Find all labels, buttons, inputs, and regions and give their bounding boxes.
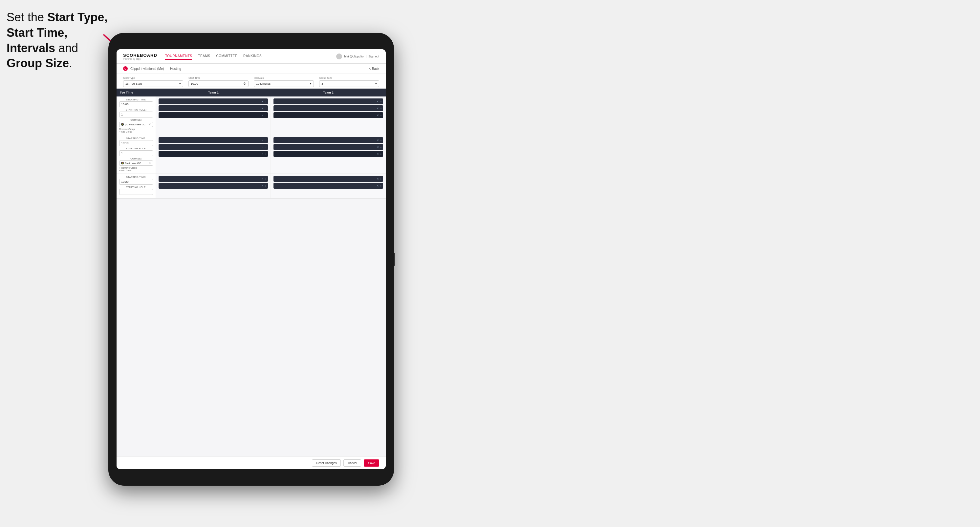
table-header: Tee Time Team 1 Team 2: [116, 89, 386, 97]
group-2-hole-field[interactable]: [119, 151, 153, 156]
player-edit-icon3[interactable]: ○: [265, 114, 266, 117]
player-row-2-5: ✕ ○: [274, 144, 383, 150]
player-x-icon4[interactable]: ✕: [377, 100, 379, 103]
p-e-2-3[interactable]: ○: [265, 152, 266, 156]
player-edit-icon2[interactable]: ○: [265, 107, 266, 110]
player-row-1-1: ✕ ○: [159, 98, 268, 104]
group-2-team2: ✕ ○ ✕ ○ ✕ ○: [271, 135, 386, 174]
start-time-value: 10:00: [191, 82, 198, 85]
logo-sub: Powered by clipp: [123, 58, 157, 60]
group-1-controls: STARTING TIME: ⏱ STARTING HOLE: ⌄ COURSE…: [116, 97, 156, 135]
user-email: blair@clippd.io: [344, 55, 363, 58]
group-1-hole-field[interactable]: [119, 112, 153, 117]
player-row-3-1: ✕ ○: [159, 176, 268, 182]
group-3-time-field[interactable]: [119, 179, 153, 184]
nav-right: blair@clippd.io | Sign out: [336, 54, 379, 59]
player-edit-icon5[interactable]: ○: [380, 107, 382, 110]
p-e-2-1[interactable]: ○: [265, 139, 266, 142]
reset-changes-button[interactable]: Reset Changes: [312, 459, 341, 467]
player-x-icon5[interactable]: ✕: [377, 107, 379, 110]
group-2-hole-input[interactable]: ⌄: [119, 150, 153, 156]
player-x-icon6[interactable]: ✕: [377, 114, 379, 117]
start-time-group: Start Time 10:00 ⏱: [188, 76, 248, 87]
save-button[interactable]: Save: [364, 459, 379, 467]
group-3-hole-field[interactable]: [119, 189, 153, 195]
p-x-2-5[interactable]: ✕: [377, 146, 379, 149]
instruction-period: .: [69, 56, 72, 70]
player-row-1-6: ✕ ○: [274, 112, 383, 118]
p-x-2-1[interactable]: ✕: [261, 139, 264, 142]
p-e-3-2[interactable]: ○: [265, 184, 266, 187]
p-x-3-1[interactable]: ✕: [261, 178, 264, 181]
p-x-3-3[interactable]: ✕: [377, 178, 379, 181]
group-1-hole-input[interactable]: ⌄: [119, 111, 153, 117]
group-size-label: Group Size: [319, 76, 379, 79]
group-size-group: Group Size 3 ▾: [319, 76, 379, 87]
nav-teams[interactable]: TEAMS: [198, 53, 210, 60]
player-row-3-3: ✕ ○: [274, 176, 383, 182]
player-row-1-3: ✕ ○: [159, 112, 268, 118]
nav-committee[interactable]: COMMITTEE: [216, 53, 237, 60]
group-3-time-input[interactable]: ⏱: [119, 179, 153, 185]
tablet-frame: SCOREBOARD Powered by clipp TOURNAMENTS …: [108, 33, 394, 486]
p-e-2-5[interactable]: ○: [380, 146, 382, 149]
p-e-2-4[interactable]: ○: [380, 139, 382, 142]
p-x-3-2[interactable]: ✕: [261, 184, 264, 187]
group-3-hole-input[interactable]: ⌄: [119, 189, 153, 195]
nav-avatar: [336, 54, 342, 59]
start-time-select[interactable]: 10:00 ⏱: [188, 80, 248, 87]
add-group-btn-2[interactable]: + Add Group: [119, 169, 153, 171]
table-content: STARTING TIME: ⏱ STARTING HOLE: ⌄ COURSE…: [116, 97, 386, 456]
course-remove-2[interactable]: ✕: [148, 162, 151, 165]
p-x-2-6[interactable]: ✕: [377, 152, 379, 156]
course-label-1: COURSE:: [119, 119, 153, 121]
p-x-3-4[interactable]: ✕: [377, 184, 379, 187]
nav-tournaments[interactable]: TOURNAMENTS: [165, 53, 192, 60]
th-team2: Team 2: [271, 89, 386, 97]
player-edit-icon6[interactable]: ○: [380, 114, 382, 117]
group-1-time-field[interactable]: [119, 102, 153, 107]
start-type-label: Start Type: [123, 76, 183, 79]
player-x-icon[interactable]: ✕: [261, 100, 264, 103]
remove-group-btn-2[interactable]: ○ Remove Group: [119, 167, 153, 169]
p-e-2-2[interactable]: ○: [265, 146, 266, 149]
starting-time-label-1: STARTING TIME:: [119, 98, 153, 101]
player-row-2-2: ✕ ○: [159, 144, 268, 150]
player-row-2-3: ✕ ○: [159, 151, 268, 157]
p-e-3-3[interactable]: ○: [380, 178, 382, 181]
group-2-time-input[interactable]: ⏱: [119, 140, 153, 146]
tablet-side-button[interactable]: [394, 253, 395, 266]
course-tag-1: ⛳ (A) Peachtree GC ✕: [119, 122, 153, 127]
player-row-2-4: ✕ ○: [274, 137, 383, 143]
player-edit-icon4[interactable]: ○: [380, 100, 382, 103]
p-e-3-4[interactable]: ○: [380, 184, 382, 187]
start-type-value: 1st Tee Start: [126, 82, 142, 85]
player-x-icon3[interactable]: ✕: [261, 114, 264, 117]
back-button[interactable]: < Back: [369, 67, 379, 71]
cancel-button[interactable]: Cancel: [344, 459, 361, 467]
chevron-down-icon3: ▾: [375, 82, 377, 85]
intervals-select[interactable]: 10 Minutes ▾: [254, 80, 314, 87]
instruction-bold4: Group Size: [6, 56, 69, 70]
player-edit-icon[interactable]: ○: [265, 100, 266, 103]
p-x-2-4[interactable]: ✕: [377, 139, 379, 142]
course-remove-1[interactable]: ✕: [148, 123, 151, 126]
start-type-select[interactable]: 1st Tee Start ▾: [123, 80, 183, 87]
nav-rankings[interactable]: RANKINGS: [243, 53, 262, 60]
instruction-bold3: Intervals: [6, 41, 55, 55]
p-x-2-3[interactable]: ✕: [261, 152, 264, 156]
player-x-icon2[interactable]: ✕: [261, 107, 264, 110]
sign-out-link[interactable]: Sign out: [368, 55, 379, 58]
group-1-time-input[interactable]: ⏱: [119, 102, 153, 107]
add-group-btn-1[interactable]: + Add Group: [119, 130, 153, 133]
breadcrumb-hosting: Hosting: [170, 67, 181, 71]
breadcrumb-tournament[interactable]: Clippd Invitational (Me): [130, 67, 164, 71]
starting-time-label-2: STARTING TIME:: [119, 137, 153, 140]
group-2-time-field[interactable]: [119, 140, 153, 146]
remove-group-btn-1[interactable]: Remove Group: [119, 128, 153, 130]
p-e-3-1[interactable]: ○: [265, 178, 266, 181]
p-e-2-6[interactable]: ○: [380, 152, 382, 156]
group-size-select[interactable]: 3 ▾: [319, 80, 379, 87]
p-x-2-2[interactable]: ✕: [261, 146, 264, 149]
navbar: SCOREBOARD Powered by clipp TOURNAMENTS …: [116, 49, 386, 63]
